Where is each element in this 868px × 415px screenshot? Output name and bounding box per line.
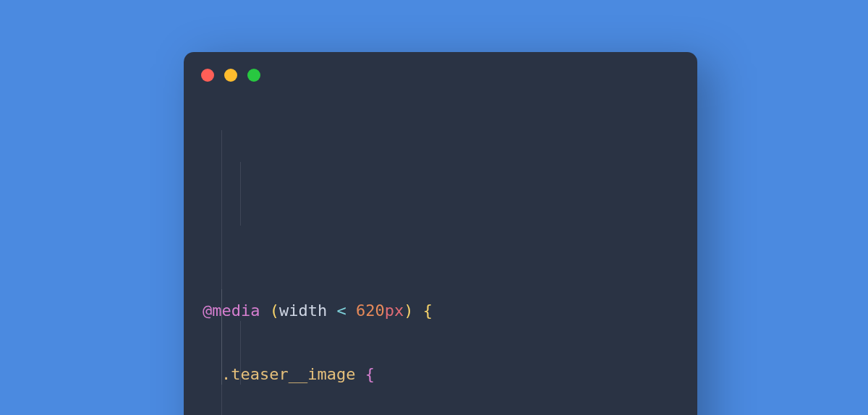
paren-open: ( <box>270 301 279 320</box>
indent-guide <box>221 289 222 415</box>
traffic-light-close-icon[interactable] <box>201 69 214 82</box>
indent-guide <box>240 162 241 226</box>
brace-open: { <box>423 301 433 320</box>
code-line: .teaser__image { <box>203 359 678 390</box>
unit: px <box>385 301 404 320</box>
indent-guide <box>240 321 241 385</box>
number: 620 <box>356 301 385 320</box>
selector: .teaser__image <box>221 365 355 383</box>
window-titlebar <box>184 52 697 98</box>
traffic-light-minimize-icon[interactable] <box>224 69 237 82</box>
code-block: @media (width < 620px) { .teaser__image … <box>184 98 697 415</box>
code-line: @media (width < 620px) { <box>203 295 678 327</box>
stage: @media (width < 620px) { .teaser__image … <box>0 0 868 415</box>
code-window: @media (width < 620px) { .teaser__image … <box>184 52 697 415</box>
media-feature: width <box>279 301 327 320</box>
brace-open: { <box>365 365 375 383</box>
traffic-light-zoom-icon[interactable] <box>247 69 260 82</box>
keyword-media: @media <box>203 301 260 320</box>
operator-lt: < <box>336 301 346 320</box>
paren-close: ) <box>404 301 413 320</box>
